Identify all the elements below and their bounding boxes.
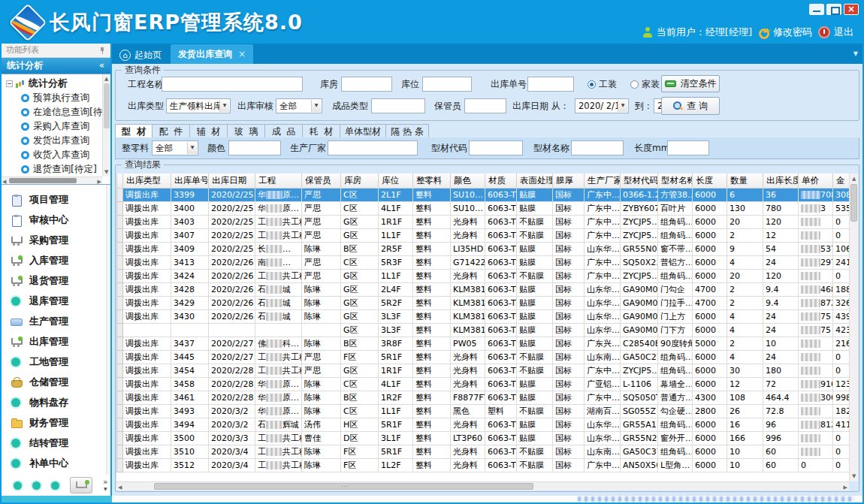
subtab-型材[interactable]: 型 材 bbox=[115, 124, 153, 138]
change-password-button[interactable]: 修改密码 bbox=[758, 26, 812, 39]
tree-root-node[interactable]: 统计分析 bbox=[2, 76, 102, 91]
table-row[interactable]: 调拨出库35122020/3/4工共工程陈琳F区1L2F整料光身料6063-T5… bbox=[117, 459, 850, 472]
tree-item[interactable]: 退货查询[待定] bbox=[2, 162, 102, 177]
tab-shipment-query[interactable]: 发货出库查询 × bbox=[171, 44, 253, 64]
column-header[interactable]: 出库类型 bbox=[123, 174, 171, 189]
logout-button[interactable]: 退出 bbox=[818, 26, 853, 39]
scroll-right-icon[interactable] bbox=[844, 484, 847, 491]
clear-conditions-button[interactable]: 清空条件 bbox=[661, 75, 720, 92]
warehouse-input[interactable] bbox=[341, 77, 392, 92]
table-row[interactable]: 调拨出库34282020/2/26石城陈琳G区2L4F整料KLM38176063… bbox=[117, 283, 850, 297]
cart-quick-button[interactable] bbox=[70, 477, 92, 493]
profile-code-input[interactable] bbox=[469, 140, 523, 155]
table-row[interactable]: 调拨出库34452020/2/27工共工程严思F区5R1F整料光身料6063-T… bbox=[117, 351, 850, 364]
pin-icon[interactable] bbox=[99, 47, 105, 54]
column-header[interactable]: 工程 bbox=[255, 174, 302, 189]
tree-item[interactable]: 在途信息查询[待 bbox=[2, 105, 102, 119]
table-row[interactable]: 调拨出库35102020/3/4工共工程陈琳F区5R1F整料光身料6063-T5… bbox=[117, 445, 850, 459]
table-row[interactable]: 调拨出库34002020/2/25华原…严思C区4L1F整料SU10…6063-… bbox=[117, 202, 850, 216]
column-header[interactable]: 库房 bbox=[341, 174, 379, 189]
radio-on-icon[interactable] bbox=[588, 80, 596, 89]
scroll-left-icon[interactable] bbox=[118, 484, 122, 491]
sidebar-item-物料盘存[interactable]: 物料盘存 bbox=[2, 392, 110, 412]
table-row[interactable]: 调拨出库34612020/2/28华原…陈琳B区1R2F整料F8877FT606… bbox=[117, 391, 850, 405]
subtab-成品[interactable]: 成 品 bbox=[265, 124, 303, 138]
quick-dot-icon[interactable] bbox=[14, 481, 22, 490]
more-chevron-icon[interactable] bbox=[103, 479, 108, 492]
table-row[interactable]: 调拨出库34542020/2/28工共工程严思G区1R1F整料光身料6063-T… bbox=[117, 364, 850, 378]
whole-part-select[interactable]: 全部 bbox=[152, 140, 198, 155]
column-header[interactable]: 材质 bbox=[485, 174, 517, 189]
sidebar-item-财务管理[interactable]: 财务管理 bbox=[2, 412, 110, 433]
radio-off-icon[interactable] bbox=[630, 80, 639, 89]
sidebar-item-工地管理[interactable]: 工地管理 bbox=[2, 352, 110, 372]
scroll-down-icon[interactable] bbox=[104, 168, 108, 176]
keeper-input[interactable] bbox=[464, 98, 506, 113]
date-from-picker[interactable]: 2020/ 2/16 bbox=[575, 98, 629, 113]
sidebar-item-生产管理[interactable]: 生产管理 bbox=[2, 311, 110, 331]
tab-overflow-icon[interactable] bbox=[853, 50, 858, 57]
radio-gongzhuang[interactable]: 工装 bbox=[588, 77, 617, 92]
sidebar-item-退货管理[interactable]: 退货管理 bbox=[2, 270, 110, 291]
column-header[interactable]: 数量 bbox=[727, 174, 763, 189]
subtab-配件[interactable]: 配 件 bbox=[153, 124, 190, 138]
column-header[interactable]: 金 bbox=[833, 174, 850, 189]
quick-dot-icon[interactable] bbox=[51, 481, 59, 490]
location-input[interactable] bbox=[422, 77, 472, 92]
table-row[interactable]: 调拨出库33992020/2/25华原…严思C区2L1F整料SU10…6063-… bbox=[117, 189, 850, 202]
sidebar-item-入库管理[interactable]: 入库管理 bbox=[2, 250, 110, 270]
tree-horizontal-scrollbar[interactable] bbox=[2, 177, 102, 184]
subtab-辅材[interactable]: 辅 材 bbox=[190, 124, 228, 138]
column-header[interactable]: 出库单号 bbox=[171, 174, 209, 189]
column-header[interactable]: 生产厂家 bbox=[585, 174, 621, 189]
tree-vertical-scrollbar[interactable] bbox=[102, 74, 110, 177]
table-row[interactable]: 调拨出库34292020/2/26石城陈琳G区5R2F整料KLM38176063… bbox=[117, 297, 850, 310]
subtab-耗材[interactable]: 耗 材 bbox=[303, 124, 340, 138]
scroll-left-icon[interactable] bbox=[2, 178, 6, 185]
profile-name-input[interactable] bbox=[571, 140, 624, 155]
scrollbar-thumb[interactable] bbox=[104, 83, 110, 128]
scroll-down-icon[interactable] bbox=[852, 472, 856, 480]
order-no-input[interactable] bbox=[527, 77, 574, 92]
column-header[interactable]: 整零料 bbox=[413, 174, 451, 189]
tab-close-icon[interactable]: × bbox=[238, 49, 246, 59]
column-header[interactable]: 出库长度 bbox=[763, 174, 799, 189]
radio-jiazhuang[interactable]: 家装 bbox=[630, 77, 660, 92]
table-row[interactable]: 调拨出库34032020/2/25工共工程严思G区1R1F整料光身料6063-T… bbox=[117, 216, 850, 229]
table-row[interactable]: 调拨出库35002020/3/3工共工程曹佳D区3L1F整料LT3P606063… bbox=[117, 432, 850, 445]
column-header[interactable]: 单价 bbox=[799, 174, 833, 189]
tab-home[interactable]: 起始页 bbox=[112, 46, 171, 64]
scrollbar-thumb[interactable] bbox=[9, 178, 77, 183]
tree-item[interactable]: 采购入库查询 bbox=[2, 119, 102, 134]
table-row[interactable]: 调拨出库34942020/3/2石辉城汤伟H区5R1F整料光身料6063-T5贴… bbox=[117, 418, 850, 432]
tree-item[interactable]: 发货出库查询 bbox=[2, 134, 102, 148]
table-row[interactable]: 调拨出库34242020/2/26工共工程严思G区1L1F整料光身料6063-T… bbox=[117, 270, 850, 283]
table-row[interactable]: 调拨出库34372020/2/27佛科…陈琳B区3R8F整料PW056063-T… bbox=[117, 337, 850, 351]
grid-horizontal-scrollbar[interactable] bbox=[116, 481, 849, 490]
sidebar-item-出库管理[interactable]: 出库管理 bbox=[2, 331, 110, 352]
subtab-玻璃[interactable]: 玻 璃 bbox=[228, 124, 265, 138]
product-type-input[interactable] bbox=[371, 98, 425, 113]
maximize-button[interactable] bbox=[826, 4, 841, 15]
column-header[interactable]: 长度 bbox=[693, 174, 727, 189]
table-row[interactable]: 调拨出库34932020/3/2华原…陈琳C区1L1F整料黑色塑料不贴膜国标湖南… bbox=[117, 405, 850, 418]
table-row[interactable]: 调拨出库34072020/2/25工共工程严思G区1L1F整料光身料6063-T… bbox=[117, 229, 850, 243]
audit-select[interactable]: 全部 bbox=[276, 98, 322, 113]
column-header[interactable]: 型材代码 bbox=[621, 174, 658, 189]
collapse-icon[interactable]: « bbox=[99, 58, 104, 74]
scroll-up-icon[interactable] bbox=[104, 75, 108, 83]
scroll-up-icon[interactable] bbox=[852, 175, 856, 183]
scrollbar-thumb[interactable] bbox=[850, 184, 857, 222]
subtab-单体型材[interactable]: 单体型材 bbox=[340, 124, 386, 138]
sidebar-item-结转管理[interactable]: 结转管理 bbox=[2, 433, 110, 453]
table-row[interactable]: 调拨出库34302020/2/26石城陈琳G区3L3F整料KLM38176063… bbox=[117, 310, 850, 324]
sidebar-item-退库管理[interactable]: 退库管理 bbox=[2, 291, 110, 311]
table-row[interactable]: 调拨出库34092020/2/25长…陈琳B区2R5F整料LI35HD6063-… bbox=[117, 243, 850, 256]
sidebar-item-补单中心[interactable]: 补单中心 bbox=[2, 453, 110, 473]
length-input[interactable] bbox=[667, 140, 709, 155]
quick-dot-icon[interactable] bbox=[32, 481, 41, 490]
out-type-select[interactable]: 生产领料出库 bbox=[166, 98, 231, 113]
sidebar-item-仓储管理[interactable]: 仓储管理 bbox=[2, 372, 110, 392]
column-header[interactable]: 表面处理 bbox=[517, 174, 553, 189]
close-button[interactable]: × bbox=[844, 4, 859, 15]
